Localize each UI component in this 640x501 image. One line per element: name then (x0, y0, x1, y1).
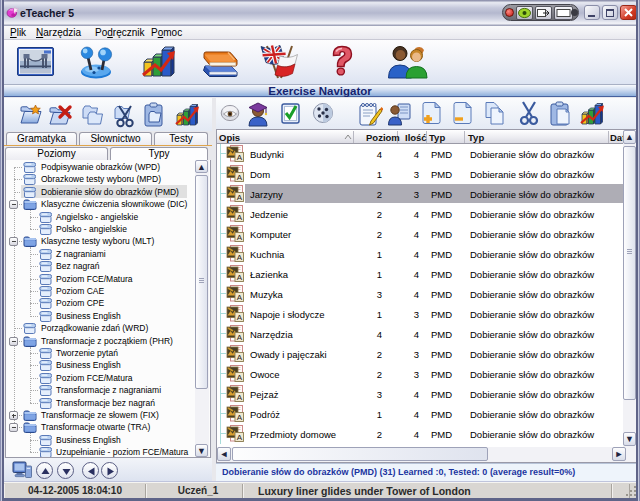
svg-text:A: A (237, 433, 243, 442)
svg-text:A: A (237, 333, 243, 342)
svg-text:A: A (237, 393, 243, 402)
svg-text:A: A (237, 253, 243, 262)
svg-text:A: A (237, 413, 243, 422)
svg-text:A: A (237, 213, 243, 222)
svg-text:A: A (237, 313, 243, 322)
svg-text:A: A (237, 353, 243, 362)
svg-text:A: A (237, 153, 243, 162)
svg-text:A: A (237, 233, 243, 242)
svg-text:A: A (237, 373, 243, 382)
svg-text:A: A (237, 293, 243, 302)
svg-text:A: A (237, 193, 243, 202)
svg-text:A: A (237, 173, 243, 182)
svg-text:A: A (237, 273, 243, 282)
